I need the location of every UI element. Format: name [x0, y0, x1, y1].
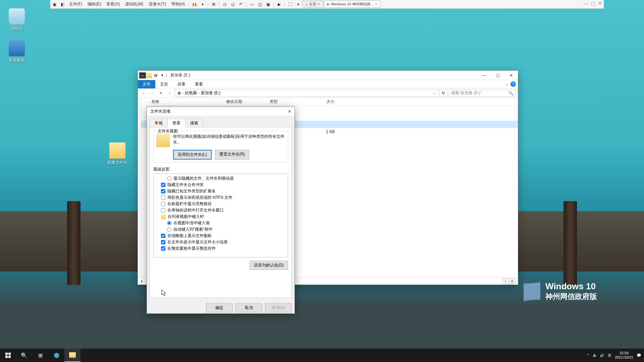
- advanced-setting-item[interactable]: 在标题栏中显示完整路径: [155, 201, 286, 207]
- chevron-right-icon[interactable]: ›: [198, 91, 199, 95]
- radio[interactable]: [167, 227, 171, 232]
- advanced-setting-item[interactable]: 在预览窗格中显示预览控件: [155, 245, 286, 252]
- view-icons-button[interactable]: ⊞: [509, 279, 515, 284]
- vm-dropdown-icon[interactable]: ▾: [199, 1, 207, 8]
- task-view-button[interactable]: ⊞: [32, 349, 48, 362]
- vm-dropdown2-icon[interactable]: ▾: [294, 1, 302, 8]
- search-button[interactable]: 🔍: [16, 349, 32, 362]
- explorer-sidebar[interactable]: [138, 98, 141, 277]
- vm-fullscreen-icon[interactable]: ⛶: [286, 1, 294, 8]
- advanced-setting-item[interactable]: 隐藏文件夹合并冲突: [155, 182, 286, 188]
- start-button[interactable]: [0, 349, 16, 362]
- vm-layout2-icon[interactable]: ◫: [256, 1, 264, 8]
- dialog-titlebar[interactable]: 文件夹选项 ×: [147, 107, 294, 116]
- ime-indicator[interactable]: 英: [608, 353, 611, 358]
- reset-folders-button[interactable]: 重置文件夹(R): [215, 150, 250, 160]
- view-details-button[interactable]: ≡: [502, 279, 508, 284]
- breadcrumb[interactable]: 🖥 › 此电脑 › 新加卷 (E:) ⌄: [175, 89, 438, 97]
- volume-icon[interactable]: 🔊: [600, 353, 604, 358]
- cancel-button[interactable]: 取消: [235, 303, 262, 312]
- checkbox[interactable]: [161, 246, 165, 251]
- close-icon[interactable]: ×: [375, 2, 378, 7]
- radio[interactable]: [167, 176, 171, 181]
- menu-file[interactable]: 文件(F): [66, 1, 85, 7]
- tab-general[interactable]: 常规: [150, 119, 168, 127]
- desktop-system-tools[interactable]: 系统教程: [5, 40, 29, 63]
- apply-button[interactable]: 应用(A): [265, 303, 292, 312]
- vm-revert-icon[interactable]: ↶: [237, 1, 245, 8]
- vm-send-cad-icon[interactable]: ⌘: [210, 1, 218, 8]
- recent-dropdown[interactable]: ▼: [157, 89, 165, 97]
- advanced-setting-item[interactable]: 用彩色显示加密或压缩的 NTFS 文件: [155, 194, 286, 201]
- close-button[interactable]: ×: [288, 109, 291, 115]
- vm-pause-icon[interactable]: ▮▮: [191, 1, 199, 8]
- taskbar-clock[interactable]: 15:54 2021/10/21: [615, 351, 633, 360]
- vm-snapshot-manager-icon[interactable]: ◶: [229, 1, 237, 8]
- ribbon-tab-file[interactable]: 文件: [138, 80, 155, 88]
- column-date[interactable]: 修改日期: [223, 99, 267, 105]
- checkbox[interactable]: [161, 234, 165, 238]
- ribbon-tab-home[interactable]: 主页: [155, 80, 173, 88]
- menu-edit[interactable]: 编辑(E): [85, 1, 104, 7]
- forward-button[interactable]: →: [149, 89, 156, 97]
- vm-console-icon[interactable]: ▶: [275, 1, 283, 8]
- desktop-new-folder[interactable]: 新建文件夹: [106, 142, 129, 166]
- address-dropdown-icon[interactable]: ⌄: [433, 91, 436, 95]
- explorer-titlebar[interactable]: — ▤ ▾ | 新加卷 (E:) — ▢ ✕: [138, 71, 518, 80]
- checkbox[interactable]: [161, 240, 165, 244]
- ok-button[interactable]: 确定: [206, 303, 233, 312]
- vm-layout3-icon[interactable]: ▣: [264, 1, 272, 8]
- tray-overflow-icon[interactable]: ⌃: [586, 353, 589, 358]
- vm-tab-home[interactable]: ⌂ 主页 ×: [302, 1, 323, 8]
- vm-layout1-icon[interactable]: ▭: [248, 1, 256, 8]
- checkbox[interactable]: [161, 208, 165, 213]
- properties-icon[interactable]: ▤: [153, 72, 159, 78]
- checkbox[interactable]: [161, 202, 165, 206]
- menu-vm[interactable]: 虚拟机(M): [122, 1, 146, 7]
- close-button[interactable]: ✕: [504, 71, 518, 80]
- tab-view[interactable]: 查看: [167, 119, 185, 127]
- ribbon-tab-share[interactable]: 共享: [173, 80, 190, 88]
- breadcrumb-pc[interactable]: 此电脑: [185, 90, 197, 96]
- ribbon-expand-icon[interactable]: ⌄: [505, 82, 508, 86]
- close-icon[interactable]: ×: [318, 2, 320, 7]
- maximize-button[interactable]: ▢: [491, 71, 504, 80]
- file-explorer-button[interactable]: [64, 349, 80, 362]
- vm-tab-active[interactable]: ▶ Windows 10 神州网信政... ×: [324, 1, 381, 8]
- close-icon[interactable]: ✕: [598, 1, 602, 6]
- advanced-settings-list[interactable]: 显示隐藏的文件、文件夹和驱动器隐藏文件夹合并冲突隐藏已知文件类型的扩展名用彩色显…: [153, 174, 288, 257]
- advanced-setting-item[interactable]: 自动键入到"搜索"框中: [155, 226, 286, 233]
- advanced-setting-item[interactable]: 在缩略图上显示文件图标: [155, 233, 286, 239]
- minimize-icon[interactable]: —: [584, 1, 588, 6]
- checkbox[interactable]: [161, 189, 165, 193]
- minimize-button[interactable]: —: [478, 71, 491, 80]
- tab-search[interactable]: 搜索: [185, 119, 203, 127]
- radio[interactable]: [167, 221, 171, 225]
- column-type[interactable]: 类型: [267, 99, 304, 105]
- vm-thumbnail-icon[interactable]: ◧: [58, 1, 66, 8]
- ribbon-tab-view[interactable]: 查看: [190, 80, 208, 88]
- search-icon[interactable]: 🔍: [508, 91, 514, 96]
- advanced-setting-item[interactable]: 显示隐藏的文件、文件夹和驱动器: [155, 175, 286, 182]
- vm-snapshot-icon[interactable]: ◷: [221, 1, 229, 8]
- notifications-icon[interactable]: 💬: [637, 353, 641, 358]
- chevron-right-icon[interactable]: ›: [182, 91, 183, 95]
- security-app-button[interactable]: ⬢: [48, 349, 64, 362]
- checkbox[interactable]: [161, 195, 165, 200]
- apply-to-folders-button[interactable]: 应用到文件夹(L): [173, 150, 212, 160]
- network-icon[interactable]: 🖧: [593, 353, 596, 357]
- checkbox[interactable]: [161, 183, 165, 187]
- advanced-setting-item[interactable]: 在文件夹提示中显示文件大小信息: [155, 239, 286, 245]
- advanced-setting-item[interactable]: 在单独的进程中打开文件夹窗口: [155, 207, 286, 214]
- advanced-setting-item[interactable]: 在列表视图中键入时: [155, 214, 286, 220]
- menu-help[interactable]: 帮助(H): [169, 1, 188, 7]
- column-size[interactable]: 大小: [304, 99, 337, 105]
- column-name[interactable]: 名称: [141, 99, 223, 105]
- restore-defaults-button[interactable]: 还原为默认值(D): [250, 261, 288, 270]
- system-menu-icon[interactable]: —: [139, 72, 146, 78]
- menu-view[interactable]: 查看(V): [104, 1, 122, 7]
- up-button[interactable]: ↑: [166, 89, 173, 97]
- qat-dropdown-icon[interactable]: ▾: [159, 72, 165, 78]
- advanced-setting-item[interactable]: 隐藏已知文件类型的扩展名: [155, 188, 286, 194]
- back-button[interactable]: ←: [140, 89, 147, 97]
